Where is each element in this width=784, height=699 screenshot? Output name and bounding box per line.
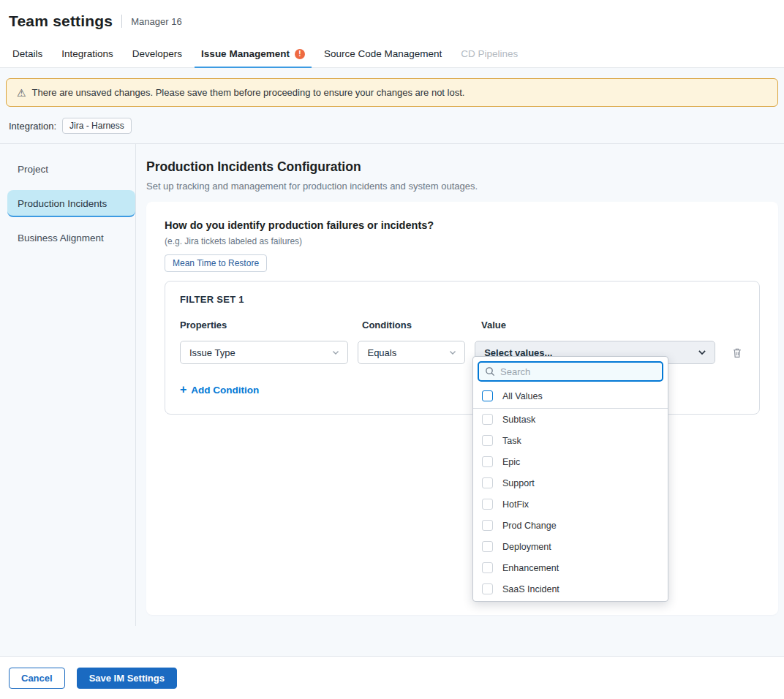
trash-icon [731,347,743,359]
checkbox[interactable] [482,541,493,552]
tab-details[interactable]: Details [3,41,52,67]
option-hotfix[interactable]: HotFix [473,494,668,515]
team-settings-page: Team settings Manager 16 Details Integra… [0,0,784,699]
warning-icon: ⚠ [17,88,26,98]
property-select[interactable]: Issue Type [180,341,348,364]
header-divider [121,15,122,28]
sidebar-item-business-alignment[interactable]: Business Alignment [7,224,135,252]
checkbox[interactable] [482,562,493,573]
incidents-config-card: How do you identify production failures … [146,202,778,615]
checkbox[interactable] [482,414,493,425]
option-subtask[interactable]: Subtask [473,409,668,430]
page-title: Team settings [9,12,113,30]
cancel-button[interactable]: Cancel [9,668,65,689]
checkbox[interactable] [482,435,493,446]
checkbox[interactable] [482,456,493,467]
section-title: Production Incidents Configuration [146,159,778,175]
integration-row: Integration: Jira - Harness [9,118,775,134]
search-input[interactable] [500,366,656,377]
tab-issue-management[interactable]: Issue Management ! [192,41,314,67]
option-task[interactable]: Task [473,430,668,451]
checkbox[interactable] [482,499,493,510]
content-spacer [0,626,784,656]
delete-condition-button[interactable] [730,345,745,360]
filter-column-labels: Properties Conditions Value [180,320,745,330]
plus-icon: + [180,384,186,396]
value-column-label: Value [481,320,728,330]
question-hint: (e.g. Jira tickets labeled as failures) [165,236,760,246]
add-condition-button[interactable]: + Add Condition [180,384,259,396]
dropdown-search-box [478,361,663,382]
option-epic[interactable]: Epic [473,451,668,472]
sidebar-item-project[interactable]: Project [7,156,135,183]
footer-actions: Cancel Save IM Settings [0,656,784,699]
option-deployment[interactable]: Deployment [473,536,668,557]
option-saas-incident[interactable]: SaaS Incident [473,578,668,600]
page-header: Team settings Manager 16 [0,0,784,41]
settings-tabbar: Details Integrations Developers Issue Ma… [0,41,784,68]
option-prod-change[interactable]: Prod Change [473,515,668,536]
integration-chip[interactable]: Jira - Harness [62,118,132,134]
tab-source-code-management[interactable]: Source Code Management [314,41,451,67]
option-enhancement[interactable]: Enhancement [473,557,668,578]
checkbox[interactable] [482,520,493,531]
save-im-settings-button[interactable]: Save IM Settings [77,668,177,689]
sub-nav-sidebar: Project Production Incidents Business Al… [0,144,136,626]
unsaved-changes-badge-icon: ! [295,49,305,59]
unsaved-changes-banner: ⚠ There are unsaved changes. Please save… [6,78,778,107]
chevron-down-icon [331,348,340,357]
team-name-label: Manager 16 [131,16,181,27]
checkbox-all-values[interactable] [482,390,493,401]
checkbox[interactable] [482,477,493,488]
metric-chip-mean-time-to-restore[interactable]: Mean Time to Restore [165,254,267,272]
sidebar-item-production-incidents[interactable]: Production Incidents [7,190,135,217]
tab-integrations[interactable]: Integrations [52,41,123,67]
option-customer-notification[interactable]: Customer Notification [473,600,668,602]
properties-column-label: Properties [180,320,353,330]
select-all-values-option[interactable]: All Values [473,386,668,409]
option-support[interactable]: Support [473,472,668,494]
tab-developers[interactable]: Developers [123,41,192,67]
checkbox[interactable] [482,583,493,594]
conditions-column-label: Conditions [362,320,472,330]
value-dropdown-panel: All Values Subtask Task Epic Support Hot… [472,356,668,602]
dropdown-options-list: Subtask Task Epic Support HotFix Prod Ch… [473,409,668,602]
banner-text: There are unsaved changes. Please save t… [32,87,465,98]
tab-cd-pipelines: CD Pipelines [451,41,527,67]
search-icon [485,366,495,377]
chevron-down-icon [448,348,457,357]
filter-set-1-box: FILTER SET 1 Properties Conditions Value… [165,281,760,415]
integration-label: Integration: [9,121,56,132]
filter-set-title: FILTER SET 1 [180,294,745,305]
chevron-down-icon [697,347,707,358]
condition-select[interactable]: Equals [358,341,465,364]
question-title: How do you identify production failures … [165,219,760,231]
main-panel: Production Incidents Configuration Set u… [136,144,784,626]
section-subtitle: Set up tracking and management for produ… [146,181,778,192]
